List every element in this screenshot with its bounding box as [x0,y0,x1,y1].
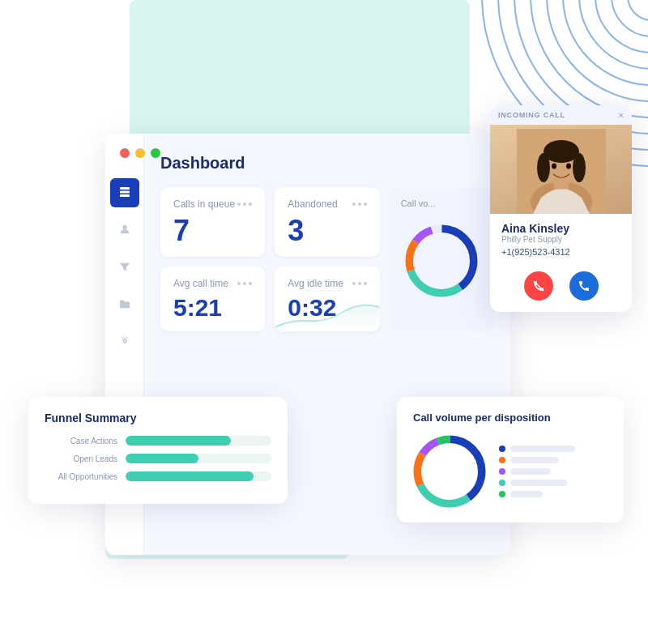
legend-bar-3 [510,468,551,475]
svg-point-31 [544,140,579,163]
folder-icon [119,298,130,312]
svg-point-5 [547,0,648,101]
funnel-label-3: All Opportunities [45,472,117,481]
legend-item-1 [499,446,575,452]
legend-list [499,446,575,497]
funnel-bar-bg-2 [126,454,271,463]
funnel-bar-fill-3 [126,471,254,481]
metric-label-avg-idle: Avg idle time [288,278,343,289]
metrics-grid: Calls in queue 7 Abandoned [160,187,494,331]
legend-item-4 [499,480,575,486]
metric-dots-3 [237,282,252,285]
svg-point-0 [628,0,648,20]
sidebar-item-files[interactable] [110,290,139,319]
metric-value-avg-call: 5:21 [173,296,252,320]
legend-bar-5 [510,491,543,497]
funnel-bar-fill-1 [126,436,231,446]
caller-photo [490,125,632,214]
svg-point-34 [552,164,556,169]
decline-call-button[interactable] [524,271,553,301]
user-icon [119,224,130,237]
svg-point-13 [122,224,126,228]
funnel-bar-fill-2 [126,454,198,463]
legend-dot-5 [499,491,505,497]
funnel-row-3: All Opportunities [45,471,271,481]
svg-rect-10 [120,187,130,190]
metric-card-avg-idle: Avg idle time 0:32 [275,267,379,331]
svg-rect-12 [120,194,130,197]
caller-avatar-svg [517,129,606,214]
sidebar-item-dashboard[interactable] [110,178,139,207]
svg-point-33 [573,153,586,182]
legend-dot-4 [499,480,505,486]
traffic-light-yellow[interactable] [135,148,145,158]
metric-card-calls-in-queue: Calls in queue 7 [160,187,265,257]
caller-name: Aina Kinsley [501,222,620,235]
disposition-content [413,435,608,508]
call-volume-card: Call vo... [390,187,494,331]
close-icon[interactable]: × [619,110,624,120]
legend-item-3 [499,468,575,475]
call-card-header-label: INCOMING CALL [498,111,565,119]
caller-info: Aina Kinsley Philly Pet Supply +1(925)52… [490,214,632,271]
metric-label-avg-call: Avg call time [173,278,228,289]
metric-value-abandoned: 3 [288,216,366,245]
metric-dots-4 [352,282,367,285]
accept-call-button[interactable] [569,271,599,301]
metric-value-calls: 7 [173,216,252,245]
funnel-row-2: Open Leads [45,454,271,463]
gear-icon [119,335,130,349]
funnel-title: Funnel Summary [45,412,271,424]
funnel-label-2: Open Leads [45,454,117,463]
metric-card-abandoned: Abandoned 3 [275,187,379,257]
metric-card-avg-call: Avg call time 5:21 [160,267,265,331]
svg-point-26 [428,450,472,494]
window-traffic-lights [120,148,160,158]
sidebar-item-settings[interactable] [110,327,139,356]
funnel-label-1: Case Actions [45,437,117,446]
donut-chart [413,435,486,508]
metric-dots-2 [352,203,367,206]
funnel-row-1: Case Actions [45,436,271,446]
call-vol-label: Call vo... [401,198,436,208]
legend-bar-1 [510,446,575,452]
legend-dot-2 [499,457,505,463]
svg-point-32 [537,153,550,182]
legend-dot-1 [499,446,505,452]
traffic-light-red[interactable] [120,148,130,158]
layers-icon [118,186,131,201]
legend-item-5 [499,491,575,497]
metric-label-abandoned: Abandoned [288,198,337,210]
metric-dots [237,203,252,206]
caller-company: Philly Pet Supply [501,235,620,244]
call-actions [490,271,632,312]
sidebar-item-filter[interactable] [110,253,139,282]
svg-point-2 [595,0,648,53]
page-title: Dashboard [160,154,494,173]
traffic-light-green[interactable] [151,148,160,158]
sidebar-item-users[interactable] [110,215,139,245]
metric-label-calls: Calls in queue [173,198,235,210]
svg-rect-11 [120,190,130,193]
filter-icon [119,261,130,275]
disposition-title: Call volume per disposition [413,412,608,424]
svg-point-35 [566,164,571,169]
legend-dot-3 [499,468,505,475]
caller-phone: +1(925)523-4312 [501,247,620,257]
call-card-header: INCOMING CALL × [490,105,632,125]
legend-item-2 [499,457,575,463]
incoming-call-card: INCOMING CALL × Aina [490,105,632,312]
funnel-bar-bg-3 [126,471,271,481]
legend-bar-2 [510,457,559,463]
funnel-bar-bg-1 [126,436,271,446]
disposition-panel: Call volume per disposition [397,397,624,522]
legend-bar-4 [510,480,567,486]
funnel-summary-panel: Funnel Summary Case Actions Open Leads A… [28,397,288,504]
